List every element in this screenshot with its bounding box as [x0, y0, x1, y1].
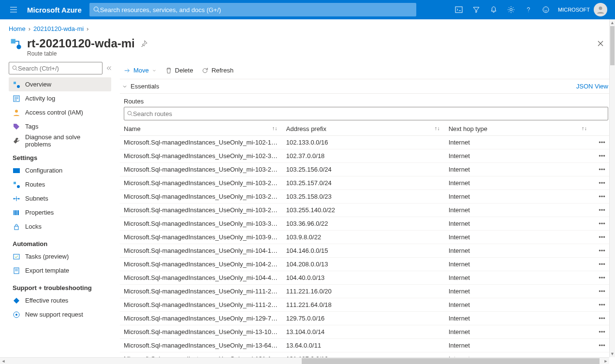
table-row[interactable]: Microsoft.Sql-managedInstances_UseOnly_m…: [120, 176, 612, 190]
table-row[interactable]: Microsoft.Sql-managedInstances_UseOnly_m…: [120, 149, 612, 163]
route-name[interactable]: Microsoft.Sql-managedInstances_UseOnly_m…: [120, 217, 282, 231]
route-name[interactable]: Microsoft.Sql-managedInstances_UseOnly_m…: [120, 298, 282, 312]
scrollbar-track[interactable]: [7, 358, 602, 364]
sidebar-item-label: Tasks (preview): [25, 253, 69, 260]
sidebar-item-properties[interactable]: Properties: [9, 205, 111, 219]
sidebar-search[interactable]: [9, 62, 102, 74]
routes-search[interactable]: [124, 107, 608, 120]
sidebar-search-input[interactable]: [18, 65, 99, 72]
route-name[interactable]: Microsoft.Sql-managedInstances_UseOnly_m…: [120, 244, 282, 258]
scroll-down-icon[interactable]: ▼: [610, 350, 615, 357]
sidebar-item-effective[interactable]: Effective routes: [9, 293, 111, 307]
collapse-sidebar-button[interactable]: [105, 65, 112, 72]
arrow-right-icon: [124, 67, 131, 74]
page-subtitle: Route table: [0, 50, 615, 62]
svg-point-6: [599, 7, 602, 10]
content-panel: Move Delete Refresh Essentials JSON View…: [120, 62, 615, 358]
table-row[interactable]: Microsoft.Sql-managedInstances_UseOnly_m…: [120, 244, 612, 258]
cloudshell-button[interactable]: [451, 0, 467, 19]
settings-button[interactable]: [503, 0, 519, 19]
json-view-link[interactable]: JSON View: [576, 83, 608, 90]
route-name[interactable]: Microsoft.Sql-managedInstances_UseOnly_m…: [120, 325, 282, 339]
scrollbar-thumb[interactable]: [610, 26, 615, 65]
directory-button[interactable]: [468, 0, 484, 19]
sidebar-item-configuration[interactable]: Configuration: [9, 163, 111, 177]
sidebar-item-export[interactable]: Export template: [9, 263, 111, 277]
sidebar-item-routes[interactable]: Routes: [9, 177, 111, 191]
route-prefix: 103.25.158.0/23: [282, 190, 445, 204]
table-row[interactable]: Microsoft.Sql-managedInstances_UseOnly_m…: [120, 325, 612, 339]
table-row[interactable]: Microsoft.Sql-managedInstances_UseOnly_m…: [120, 136, 612, 149]
col-prefix[interactable]: Address prefix↑↓: [282, 122, 445, 136]
sidebar-item-tasks[interactable]: Tasks (preview): [9, 249, 111, 263]
route-table-icon: [9, 37, 22, 50]
breadcrumb-home[interactable]: Home: [9, 25, 26, 32]
scrollbar-track[interactable]: [610, 26, 615, 350]
route-name[interactable]: Microsoft.Sql-managedInstances_UseOnly_m…: [120, 149, 282, 163]
vertical-scrollbar[interactable]: ▲ ▼: [609, 19, 615, 357]
horizontal-scrollbar[interactable]: ◄ ►: [0, 357, 609, 364]
account-button[interactable]: MICROSOFT: [554, 3, 611, 16]
table-row[interactable]: Microsoft.Sql-managedInstances_UseOnly_m…: [120, 163, 612, 176]
col-hop[interactable]: Next hop type↑↓: [445, 122, 592, 136]
sidebar-item-overview[interactable]: Overview: [9, 77, 111, 91]
pin-button[interactable]: [141, 40, 147, 47]
route-name[interactable]: Microsoft.Sql-managedInstances_UseOnly_m…: [120, 312, 282, 325]
scroll-left-icon[interactable]: ◄: [0, 358, 7, 364]
sidebar-item-locks[interactable]: Locks: [9, 219, 111, 233]
table-row[interactable]: Microsoft.Sql-managedInstances_UseOnly_m…: [120, 271, 612, 285]
table-row[interactable]: Microsoft.Sql-managedInstances_UseOnly_m…: [120, 231, 612, 244]
route-name[interactable]: Microsoft.Sql-managedInstances_UseOnly_m…: [120, 163, 282, 176]
sidebar-section-support: Support + troubleshooting: [9, 277, 111, 293]
sidebar-item-tags[interactable]: Tags: [9, 119, 111, 133]
svg-point-9: [13, 66, 16, 70]
close-button[interactable]: [597, 40, 606, 47]
route-name[interactable]: Microsoft.Sql-managedInstances_UseOnly_m…: [120, 190, 282, 204]
sidebar-item-label: Diagnose and solve problems: [25, 133, 107, 148]
sidebar-item-newreq[interactable]: New support request: [9, 307, 111, 321]
table-row[interactable]: Microsoft.Sql-managedInstances_UseOnly_m…: [120, 285, 612, 298]
scroll-up-icon[interactable]: ▲: [610, 19, 615, 26]
essentials-toggle[interactable]: Essentials: [122, 83, 159, 90]
sidebar-item-diagnose[interactable]: Diagnose and solve problems: [9, 133, 111, 147]
global-search-input[interactable]: [100, 6, 412, 14]
route-name[interactable]: Microsoft.Sql-managedInstances_UseOnly_m…: [120, 204, 282, 217]
feedback-button[interactable]: [538, 0, 554, 19]
table-row[interactable]: Microsoft.Sql-managedInstances_UseOnly_m…: [120, 190, 612, 204]
breadcrumb-item[interactable]: 20210120-wda-mi: [33, 25, 84, 32]
table-row[interactable]: Microsoft.Sql-managedInstances_UseOnly_m…: [120, 312, 612, 325]
sidebar-item-activitylog[interactable]: Activity log: [9, 91, 111, 105]
hamburger-menu[interactable]: [4, 0, 23, 19]
refresh-button[interactable]: Refresh: [202, 67, 234, 74]
route-name[interactable]: Microsoft.Sql-managedInstances_UseOnly_m…: [120, 136, 282, 149]
sidebar-item-subnets[interactable]: Subnets: [9, 191, 111, 205]
route-name[interactable]: Microsoft.Sql-managedInstances_UseOnly_m…: [120, 285, 282, 298]
delete-button[interactable]: Delete: [165, 67, 193, 74]
help-button[interactable]: [520, 0, 537, 19]
col-name[interactable]: Name↑↓: [120, 122, 282, 136]
search-icon: [127, 111, 133, 116]
brand-label[interactable]: Microsoft Azure: [23, 6, 89, 14]
notifications-button[interactable]: [485, 0, 502, 19]
table-row[interactable]: Microsoft.Sql-managedInstances_UseOnly_m…: [120, 298, 612, 312]
route-name[interactable]: Microsoft.Sql-managedInstances_UseOnly_m…: [120, 339, 282, 352]
route-name[interactable]: Microsoft.Sql-managedInstances_UseOnly_m…: [120, 231, 282, 244]
route-name[interactable]: Microsoft.Sql-managedInstances_UseOnly_m…: [120, 176, 282, 190]
sidebar-item-label: Activity log: [25, 95, 55, 102]
global-search[interactable]: [89, 3, 416, 16]
table-row[interactable]: Microsoft.Sql-managedInstances_UseOnly_m…: [120, 258, 612, 271]
route-name[interactable]: Microsoft.Sql-managedInstances_UseOnly_m…: [120, 258, 282, 271]
route-name[interactable]: Microsoft.Sql-managedInstances_UseOnly_m…: [120, 271, 282, 285]
scrollbar-thumb[interactable]: [302, 358, 600, 364]
table-row[interactable]: Microsoft.Sql-managedInstances_UseOnly_m…: [120, 217, 612, 231]
routes-search-input[interactable]: [133, 110, 605, 117]
sort-icon: ↑↓: [435, 125, 440, 131]
table-row[interactable]: Microsoft.Sql-managedInstances_UseOnly_m…: [120, 339, 612, 352]
route-prefix: 104.40.0.0/13: [282, 271, 445, 285]
scroll-right-icon[interactable]: ►: [602, 358, 609, 364]
table-row[interactable]: Microsoft.Sql-managedInstances_UseOnly_m…: [120, 204, 612, 217]
lock-icon: [13, 223, 20, 231]
sidebar-item-iam[interactable]: Access control (IAM): [9, 105, 111, 119]
route-hop: Internet: [445, 231, 592, 244]
move-button[interactable]: Move: [124, 67, 157, 74]
